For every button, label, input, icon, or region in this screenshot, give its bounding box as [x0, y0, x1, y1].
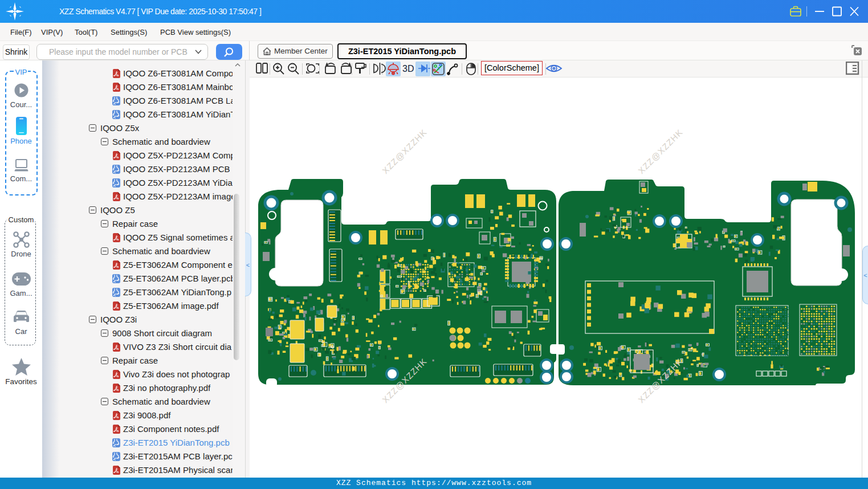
- svg-text:3D: 3D: [402, 64, 414, 74]
